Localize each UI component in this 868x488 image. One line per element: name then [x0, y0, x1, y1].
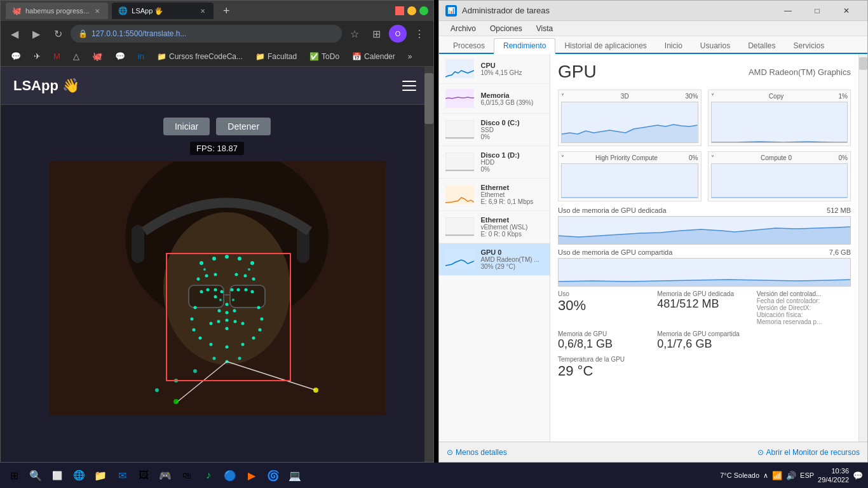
- bookmark-telegram[interactable]: ✈: [29, 50, 46, 62]
- less-details-button[interactable]: ⊙ Menos detalles: [447, 448, 507, 457]
- bookmark-gmail[interactable]: M: [48, 50, 65, 62]
- address-bar[interactable]: 🔒 127.0.0.1:5500/translate.h...: [71, 25, 342, 43]
- address-text: 127.0.0.1:5500/translate.h...: [92, 29, 186, 38]
- stat-mem-ded: Memoria de GPU dedicada 481/512 MB: [657, 290, 751, 325]
- eth2-mini-graph: [445, 217, 474, 236]
- tm-minimize-btn[interactable]: —: [773, 1, 803, 21]
- bookmark-facultad[interactable]: 📁 Facultad: [250, 51, 302, 62]
- back-button[interactable]: ◀: [6, 25, 24, 43]
- disk1-sub2: 0%: [480, 166, 519, 173]
- extensions-button[interactable]: ⊞: [367, 25, 385, 43]
- notification-icon[interactable]: 💬: [853, 471, 863, 480]
- bookmark-todo[interactable]: ✅ ToDo: [304, 51, 344, 62]
- charts-row-1: ˅ 3D 30% ˅ Copy: [558, 90, 851, 146]
- maximize-btn[interactable]: [407, 6, 416, 15]
- minimize-btn[interactable]: [395, 6, 404, 15]
- tab1-close[interactable]: ✕: [93, 6, 102, 15]
- photos-icon[interactable]: 🖼: [135, 466, 153, 484]
- tab2-close[interactable]: ✕: [198, 6, 207, 15]
- tm-scrollbar[interactable]: [858, 54, 867, 442]
- tm-menu-vista[interactable]: Vista: [530, 23, 559, 34]
- tab-usuarios[interactable]: Usuarios: [691, 39, 739, 53]
- forward-button[interactable]: ▶: [27, 25, 45, 43]
- bookmark-drive[interactable]: △: [68, 50, 85, 62]
- detener-button[interactable]: Detener: [216, 118, 271, 135]
- svg-rect-3: [132, 225, 144, 263]
- svg-point-12: [250, 261, 254, 265]
- gpu-mem-shared-label: Uso de memoria de GPU compartida 7,6 GB: [558, 248, 851, 256]
- bookmark-whatsapp[interactable]: 💬: [6, 50, 26, 62]
- label-hp: High Priority Compute: [595, 154, 658, 161]
- clock-time: 10:36: [818, 466, 849, 475]
- bookmarks-more[interactable]: »: [403, 51, 417, 62]
- tab-detalles[interactable]: Detalles: [739, 39, 784, 53]
- spotify-icon[interactable]: ♪: [200, 466, 217, 484]
- chevron-hp-icon: ˅: [561, 154, 564, 161]
- app-header: LSApp 👋: [1, 67, 433, 105]
- sidebar-item-cpu[interactable]: CPU 10% 4,15 GHz: [439, 54, 550, 84]
- arrow-icon[interactable]: ∧: [763, 471, 768, 480]
- sidebar-item-disco1[interactable]: Disco 1 (D:) HDD 0%: [439, 146, 550, 179]
- profile-button[interactable]: O: [389, 25, 407, 43]
- tm-close-btn[interactable]: ✕: [832, 1, 861, 21]
- taskview-button[interactable]: ⬜: [48, 466, 66, 484]
- scrollbar-thumb[interactable]: [424, 73, 433, 124]
- monitor-label: Abrir el Monitor de recursos: [766, 448, 860, 457]
- weather-temp: 7°C Soleado: [720, 471, 759, 479]
- explorer-icon[interactable]: 📁: [92, 466, 109, 484]
- menu-button[interactable]: ⋮: [410, 25, 428, 43]
- bookmark-calender[interactable]: 📅 Calender: [347, 51, 400, 62]
- hamburger-button[interactable]: [398, 74, 421, 97]
- sidebar-item-disco0[interactable]: Disco 0 (C:) SSD 0%: [439, 114, 550, 146]
- star-button[interactable]: ☆: [346, 25, 363, 43]
- driver-sub4: Memoria reservada p...: [757, 318, 851, 325]
- monitor-button[interactable]: ⊙ Abrir el Monitor de recursos: [757, 448, 860, 457]
- new-tab-button[interactable]: +: [217, 2, 235, 20]
- tab-2[interactable]: 🌐 LSApp 🖐 ✕: [112, 3, 214, 19]
- tm-menu-archivo[interactable]: Archivo: [444, 23, 482, 34]
- bookmark-linkedin[interactable]: in: [133, 50, 149, 62]
- chrome-icon[interactable]: 🔵: [221, 466, 239, 484]
- tab-1[interactable]: 🐙 habemus progress... ✕: [6, 3, 108, 19]
- start-button[interactable]: ⊞: [5, 466, 23, 484]
- sidebar-item-eth2[interactable]: Ethernet vEthernet (WSL) E: 0 R: 0 Kbps: [439, 211, 550, 243]
- bookmark-github[interactable]: 🐙: [87, 50, 107, 62]
- tab-servicios[interactable]: Servicios: [785, 39, 834, 53]
- tab-historial[interactable]: Historial de aplicaciones: [555, 39, 655, 53]
- browser-scrollbar[interactable]: [424, 67, 433, 462]
- svg-point-46: [258, 329, 261, 332]
- browser-window: 🐙 habemus progress... ✕ 🌐 LSApp 🖐 ✕ + ◀ …: [0, 0, 434, 463]
- iniciar-button[interactable]: Iniciar: [163, 118, 210, 135]
- search-button[interactable]: 🔍: [27, 466, 44, 484]
- tm-scrollbar-thumb[interactable]: [859, 57, 867, 70]
- svg-point-40: [192, 329, 195, 332]
- gpu0-label: GPU 0: [480, 248, 539, 256]
- tab-rendimiento[interactable]: Rendimiento: [494, 38, 555, 54]
- tab-procesos[interactable]: Procesos: [444, 39, 494, 53]
- taskbar-clock[interactable]: 10:36 29/4/2022: [818, 466, 849, 485]
- refresh-button[interactable]: ↻: [49, 25, 67, 43]
- game-icon[interactable]: 🎮: [156, 466, 174, 484]
- sidebar-item-gpu0[interactable]: GPU 0 AMD Radeon(TM) ... 30% (29 °C): [439, 243, 550, 276]
- close-btn[interactable]: [419, 6, 428, 15]
- network-icon[interactable]: 📶: [772, 471, 782, 480]
- tm-footer: ⊙ Menos detalles ⊙ Abrir el Monitor de r…: [439, 442, 867, 462]
- tab-inicio[interactable]: Inicio: [656, 39, 691, 53]
- store-icon[interactable]: 🛍: [178, 466, 196, 484]
- edge-icon[interactable]: 🌐: [70, 466, 88, 484]
- app-icon1[interactable]: 🌀: [264, 466, 282, 484]
- tm-menu-opciones[interactable]: Opciones: [484, 23, 529, 34]
- chart-copy-svg: [712, 102, 848, 143]
- vlc-icon[interactable]: ▶: [243, 466, 261, 484]
- tm-maximize-btn[interactable]: □: [803, 1, 832, 21]
- svg-point-41: [198, 337, 201, 340]
- sidebar-item-memoria[interactable]: Memoria 6,0/15,3 GB (39%): [439, 84, 550, 114]
- telegram-icon: ✈: [34, 51, 41, 61]
- bookmark-cursos[interactable]: 📁 Cursos freeCodeCa...: [152, 51, 248, 62]
- sidebar-item-eth1[interactable]: Ethernet Ethernet E: 6,9 R: 0,1 Mbps: [439, 179, 550, 211]
- vscode-icon[interactable]: 💻: [286, 466, 304, 484]
- mail-icon[interactable]: ✉: [113, 466, 131, 484]
- volume-icon[interactable]: 🔊: [786, 471, 796, 480]
- folder-icon-cursos: 📁: [157, 52, 166, 61]
- bookmark-discord[interactable]: 💬: [110, 50, 130, 62]
